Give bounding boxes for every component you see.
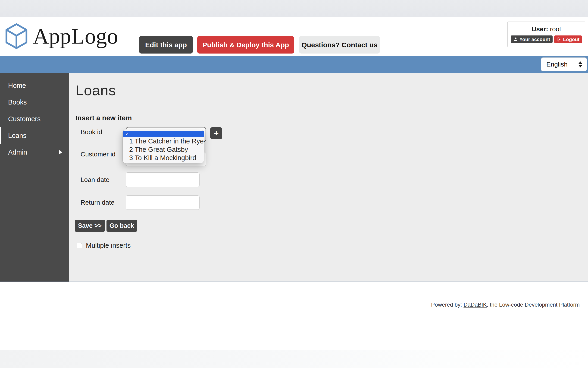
dropdown-option-3[interactable]: 3 To Kill a Mockingbird <box>123 154 204 162</box>
customer-id-label: Customer id <box>80 151 115 157</box>
contact-us-button[interactable]: Questions? Contact us <box>299 36 380 54</box>
return-date-input[interactable] <box>126 195 200 210</box>
sidebar-item-admin[interactable]: Admin <box>0 144 69 161</box>
go-back-button[interactable]: Go back <box>106 220 137 232</box>
sidebar-item-home[interactable]: Home <box>0 77 69 94</box>
main-panel: Loans Insert a new item Book id + Custom… <box>69 73 588 282</box>
content-area: Home Books Customers Loans Admin Loans <box>0 73 588 282</box>
loan-date-input[interactable] <box>126 172 200 187</box>
language-select[interactable]: English <box>541 57 587 71</box>
person-icon <box>513 37 518 42</box>
dropdown-option-1[interactable]: 1 The Catcher in the Rye <box>123 137 204 145</box>
cube-logo-icon <box>5 22 28 50</box>
dadabik-link[interactable]: DaDaBIK <box>464 302 487 308</box>
publish-deploy-button[interactable]: Publish & Deploy this App <box>197 36 294 54</box>
logout-icon <box>557 37 561 42</box>
multiple-inserts-checkbox[interactable] <box>77 243 82 248</box>
powered-by-footer: Powered by: DaDaBIK, the Low-code Develo… <box>431 302 580 308</box>
sidebar-nav: Home Books Customers Loans Admin <box>0 73 69 282</box>
insert-subtitle: Insert a new item <box>75 114 132 122</box>
user-label: User: <box>532 26 548 33</box>
sidebar-item-loans[interactable]: Loans <box>0 127 69 144</box>
user-name: root <box>550 26 561 33</box>
logo-text: AppLogo <box>33 22 118 50</box>
app-logo: AppLogo <box>5 22 118 50</box>
language-bar: English <box>0 56 588 73</box>
powered-by-suffix: , the Low-code Development Platform <box>487 302 580 308</box>
page: AppLogo Edit this app Publish & Deploy t… <box>0 0 588 368</box>
desktop-bottom-band <box>0 350 588 368</box>
return-date-label: Return date <box>80 199 114 206</box>
add-book-button[interactable]: + <box>210 127 222 139</box>
powered-by-prefix: Powered by: <box>431 302 464 308</box>
save-button[interactable]: Save >> <box>75 220 105 232</box>
submenu-arrow-icon <box>59 150 62 154</box>
book-id-dropdown: ✓ 1 The Catcher in the Rye 2 The Great G… <box>123 130 204 163</box>
your-account-button[interactable]: Your account <box>511 36 553 43</box>
browser-top-strip <box>0 0 588 17</box>
page-title: Loans <box>76 82 116 99</box>
active-indicator <box>0 127 1 144</box>
checkmark-icon: ✓ <box>123 131 129 137</box>
app-header: AppLogo Edit this app Publish & Deploy t… <box>0 17 588 56</box>
user-line: User: root <box>508 26 585 33</box>
multiple-inserts-label: Multiple inserts <box>86 242 131 249</box>
edit-app-button[interactable]: Edit this app <box>139 36 193 54</box>
sidebar-item-books[interactable]: Books <box>0 94 69 110</box>
loan-date-label: Loan date <box>80 177 109 183</box>
logout-button[interactable]: Logout <box>554 36 582 43</box>
multiple-inserts-row: Multiple inserts <box>77 242 131 249</box>
select-updown-icon <box>578 61 583 68</box>
dropdown-selected-option[interactable]: ✓ <box>123 131 204 137</box>
dropdown-option-2[interactable]: 2 The Great Gatsby <box>123 145 204 154</box>
sidebar-item-customers[interactable]: Customers <box>0 110 69 127</box>
book-id-label: Book id <box>80 129 102 135</box>
language-selected-value: English <box>546 61 568 68</box>
user-panel: User: root Your account <box>508 22 585 47</box>
